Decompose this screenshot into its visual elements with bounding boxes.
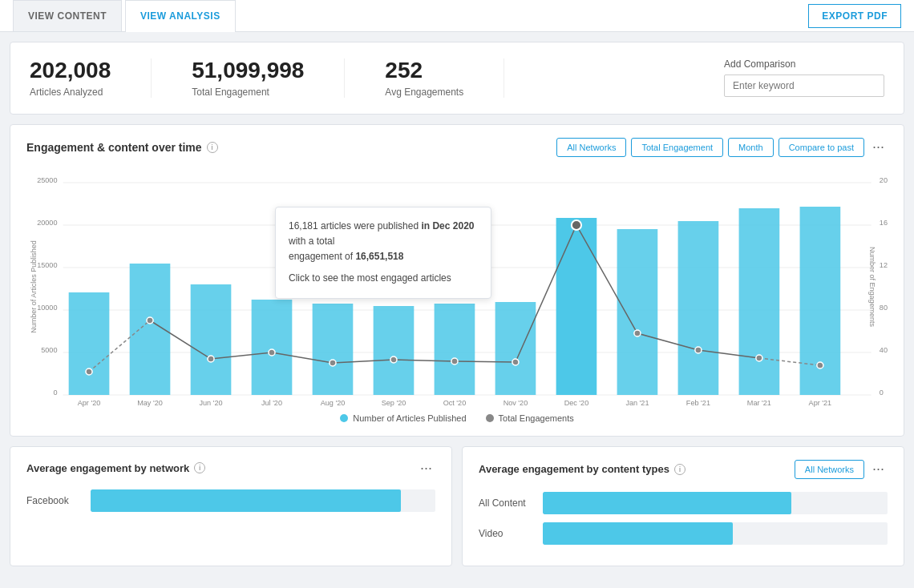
svg-point-37 [330,360,336,366]
svg-point-35 [208,356,214,362]
video-bar-fill [543,522,733,545]
legend-engagements-dot [486,414,494,422]
chart-svg: 0 5000 10000 15000 20000 25000 0 4000000… [26,167,888,407]
svg-point-43 [695,347,702,353]
svg-rect-26 [435,304,475,395]
svg-text:0: 0 [880,389,884,397]
svg-text:16000000: 16000000 [880,219,888,227]
network-more-button[interactable]: ··· [417,460,435,477]
svg-rect-27 [495,302,536,395]
svg-text:May '20: May '20 [137,399,163,407]
avg-stat: 252 Avg Engagements [385,58,463,98]
svg-point-45 [817,362,823,369]
svg-text:10000: 10000 [37,304,57,312]
chart-info-icon[interactable]: i [207,142,218,153]
content-more-button[interactable]: ··· [869,461,888,477]
video-bar-track [543,522,888,545]
svg-point-41 [572,220,581,230]
svg-text:5000: 5000 [41,346,57,354]
all-content-bar-fill [543,492,791,514]
avg-value: 252 [385,58,463,83]
tab-view-analysis[interactable]: VIEW ANALYSIS [125,0,236,32]
compare-to-past-button[interactable]: Compare to past [779,138,864,157]
legend-articles-label: Number of Articles Published [353,413,466,423]
svg-point-40 [512,359,519,365]
svg-text:12000000: 12000000 [880,261,888,269]
articles-value: 202,008 [30,58,111,83]
svg-text:Jun '20: Jun '20 [199,399,222,407]
svg-point-36 [269,349,275,356]
content-panel-title: Average engagement by content types i [479,463,686,475]
content-panel-header: Average engagement by content types i Al… [479,460,888,479]
svg-rect-31 [739,208,780,395]
stat-divider-1 [151,58,152,98]
chart-legend: Number of Articles Published Total Engag… [26,413,888,423]
chart-title-group: Engagement & content over time i [26,141,218,154]
chart-more-button[interactable]: ··· [869,139,888,155]
top-bar: VIEW CONTENT VIEW ANALYSIS EXPORT PDF [0,0,914,32]
chart-title-text: Engagement & content over time [26,141,202,154]
network-info-icon[interactable]: i [194,462,205,473]
svg-rect-22 [191,284,232,395]
svg-text:4000000: 4000000 [880,346,888,354]
legend-articles-dot [340,414,348,422]
svg-text:25000: 25000 [37,176,57,184]
network-panel-header: Average engagement by network i ··· [26,460,435,477]
svg-text:Number of Articles Published: Number of Articles Published [30,240,38,332]
svg-text:Mar '21: Mar '21 [747,399,771,407]
tab-view-content[interactable]: VIEW CONTENT [13,0,122,31]
svg-rect-25 [374,306,415,395]
legend-engagements-label: Total Engagements [499,413,574,423]
content-bar-row-video: Video [479,522,888,545]
svg-text:15000: 15000 [37,261,57,269]
svg-rect-30 [678,221,719,395]
svg-point-34 [147,317,153,324]
svg-rect-20 [69,292,110,395]
stat-divider-2 [344,58,345,98]
content-all-networks-button[interactable]: All Networks [795,460,864,479]
svg-text:20000: 20000 [37,219,57,227]
engagement-chart-panel: Engagement & content over time i All Net… [10,124,904,437]
facebook-label: Facebook [26,495,83,506]
svg-text:Nov '20: Nov '20 [504,399,528,407]
export-pdf-button[interactable]: EXPORT PDF [808,4,901,28]
add-comparison-label: Add Comparison [724,58,884,70]
content-bar-row-all: All Content [479,492,888,514]
content-info-icon[interactable]: i [674,464,686,475]
svg-text:Dec '20: Dec '20 [564,399,589,407]
avg-engagement-by-network-panel: Average engagement by network i ··· Face… [10,446,452,566]
chart-header: Engagement & content over time i All Net… [26,138,888,157]
stat-divider-3 [504,58,504,98]
keyword-input[interactable] [724,75,884,97]
svg-point-38 [390,356,397,363]
all-content-label: All Content [479,497,535,509]
avg-engagement-by-content-panel: Average engagement by content types i Al… [462,446,904,566]
svg-point-44 [756,355,762,361]
svg-text:Number of Engagements: Number of Engagements [868,247,876,327]
svg-text:Apr '20: Apr '20 [78,399,101,407]
svg-text:0: 0 [53,389,57,397]
network-panel-title: Average engagement by network i [26,462,205,474]
add-comparison-section: Add Comparison [724,58,884,97]
all-networks-button[interactable]: All Networks [556,138,626,157]
legend-articles: Number of Articles Published [340,413,466,423]
svg-text:Jan '21: Jan '21 [625,399,649,407]
chart-controls: All Networks Total Engagement Month Comp… [556,138,888,157]
engagement-stat: 51,099,998 Total Engagement [192,58,304,98]
legend-engagements: Total Engagements [486,413,574,423]
svg-rect-24 [313,304,354,395]
video-label: Video [479,528,535,539]
bottom-panels: Average engagement by network i ··· Face… [10,446,904,566]
tab-bar: VIEW CONTENT VIEW ANALYSIS [13,0,236,31]
total-engagement-button[interactable]: Total Engagement [631,138,723,157]
svg-text:Feb '21: Feb '21 [686,399,710,407]
svg-rect-29 [617,229,658,395]
svg-point-42 [634,330,641,336]
facebook-bar-fill [91,489,401,512]
svg-text:Sep '20: Sep '20 [382,399,406,407]
engagement-value: 51,099,998 [192,58,304,83]
svg-text:Jul '20: Jul '20 [261,399,282,407]
svg-rect-23 [252,300,293,395]
svg-rect-28 [556,218,597,395]
month-button[interactable]: Month [728,138,774,157]
